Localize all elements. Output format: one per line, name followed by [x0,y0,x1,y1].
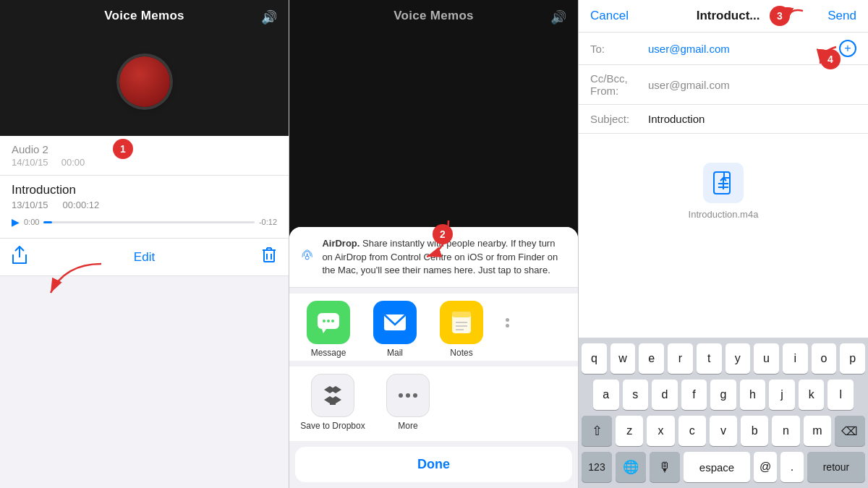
play-button[interactable]: ▶ [12,216,20,228]
svg-rect-18 [452,312,471,317]
time-remaining: -0:12 [259,218,277,226]
svg-point-15 [331,320,334,322]
key-e[interactable]: e [639,343,664,374]
share-apps-row: Message Mail [289,294,578,361]
audio-progress-row: ▶ 0:00 -0:12 [12,216,277,228]
attachment-name: Introduction.m4a [689,209,759,220]
audio2-item[interactable]: Audio 2 14/10/15 00:00 [0,136,289,176]
key-n[interactable]: n [772,416,799,446]
done-label: Done [417,457,450,471]
send-button[interactable]: Send [827,9,856,23]
to-label: To: [590,43,648,55]
add-recipient-button[interactable]: + [839,40,856,57]
step-badge-3: 3 [770,6,790,26]
key-d[interactable]: d [652,380,678,410]
key-p[interactable]: p [840,343,865,374]
subject-value[interactable]: Introduction [648,113,705,125]
key-g[interactable]: g [710,380,736,410]
return-key[interactable]: retour [807,452,865,482]
svg-marker-26 [330,401,336,405]
ccbcc-field: Cc/Bcc, From: user@gmail.com [579,65,868,105]
share-app-message[interactable]: Message [297,301,360,358]
more-icon [386,374,430,417]
from-value[interactable]: user@gmail.com [648,79,856,91]
share-app-notes[interactable]: Notes [430,301,493,358]
key-w[interactable]: w [610,343,636,374]
key-o[interactable]: o [812,343,837,374]
trash-button[interactable] [189,246,277,268]
message-label: Message [311,348,346,358]
share-action-more[interactable]: More [372,374,444,431]
key-k[interactable]: k [799,380,825,410]
key-q[interactable]: q [582,343,607,374]
mail-subject-title: Introduct... [697,9,760,23]
share-sheet: AirDrop. Share instantly with people nea… [289,227,578,488]
speaker-icon: 🔊 [261,9,277,25]
key-u[interactable]: u [754,343,779,374]
intro-date: 13/10/15 [12,200,48,210]
vm-header-1: Voice Memos 🔊 [0,0,289,35]
mail-label: Mail [387,348,403,358]
done-button[interactable]: Done [295,447,572,482]
intro-item[interactable]: Introduction 13/10/15 00:00:12 ▶ 0:00 -0… [0,176,289,239]
mail-body: Introduction.m4a [579,134,868,338]
globe-key[interactable]: 🌐 [616,452,646,482]
ccbcc-label: Cc/Bcc, From: [590,72,648,97]
key-b[interactable]: b [741,416,768,446]
share-sheet-overlay: AirDrop. Share instantly with people nea… [289,0,578,488]
record-button[interactable] [119,56,170,107]
key-h[interactable]: h [740,380,766,410]
space-key[interactable]: espace [684,452,750,482]
more-label: More [398,421,417,431]
key-l[interactable]: l [827,380,854,410]
key-s[interactable]: s [623,380,649,410]
airdrop-icon [301,237,313,273]
time-current: 0:00 [24,218,39,226]
num-key[interactable]: 123 [582,452,612,482]
subject-field: Subject: Introduction [579,105,868,134]
audio-actions: Edit [0,239,289,276]
svg-point-8 [305,256,309,260]
intro-duration: 00:00:12 [63,200,100,210]
audio2-name: Audio 2 [12,143,277,155]
attachment-icon [703,163,744,203]
intro-name: Introduction [12,183,277,197]
key-i[interactable]: i [783,343,808,374]
key-r[interactable]: r [668,343,693,374]
key-v[interactable]: v [710,416,737,446]
key-m[interactable]: m [804,416,831,446]
empty-area [0,276,289,488]
step-badge-4: 4 [820,49,841,69]
share-actions-row: Save to Dropbox More [289,367,578,441]
mail-icon [373,301,417,344]
keyboard-row-1: q w e r t y u i o p [582,343,865,374]
mic-key[interactable]: 🎙 [650,452,680,482]
audio2-meta: 14/10/15 00:00 [12,157,277,168]
key-z[interactable]: z [616,416,643,446]
key-t[interactable]: t [697,343,722,374]
key-y[interactable]: y [726,343,751,374]
period-key[interactable]: . [780,452,804,482]
step-badge-1: 1 [113,139,133,159]
delete-key[interactable]: ⌫ [835,416,865,446]
svg-point-14 [327,320,330,322]
svg-point-13 [323,320,326,322]
cancel-button[interactable]: Cancel [590,9,629,23]
share-app-mail[interactable]: Mail [363,301,427,358]
key-j[interactable]: j [769,380,795,410]
shift-key[interactable]: ⇧ [582,416,612,446]
key-x[interactable]: x [647,416,674,446]
progress-bar[interactable] [43,221,255,223]
to-value[interactable]: user@gmail.com [648,43,839,55]
share-button[interactable] [12,246,100,268]
key-f[interactable]: f [681,380,707,410]
key-c[interactable]: c [678,416,706,446]
key-a[interactable]: a [593,380,619,410]
keyboard-bottom-row: 123 🌐 🎙 espace @ . retour [582,452,865,482]
edit-button[interactable]: Edit [100,250,188,265]
share-action-dropbox[interactable]: Save to Dropbox [297,374,369,431]
keyboard-row-2: a s d f g h j k l [582,380,865,410]
at-key[interactable]: @ [754,452,777,482]
svg-marker-12 [322,329,326,333]
notes-label: Notes [450,348,472,358]
